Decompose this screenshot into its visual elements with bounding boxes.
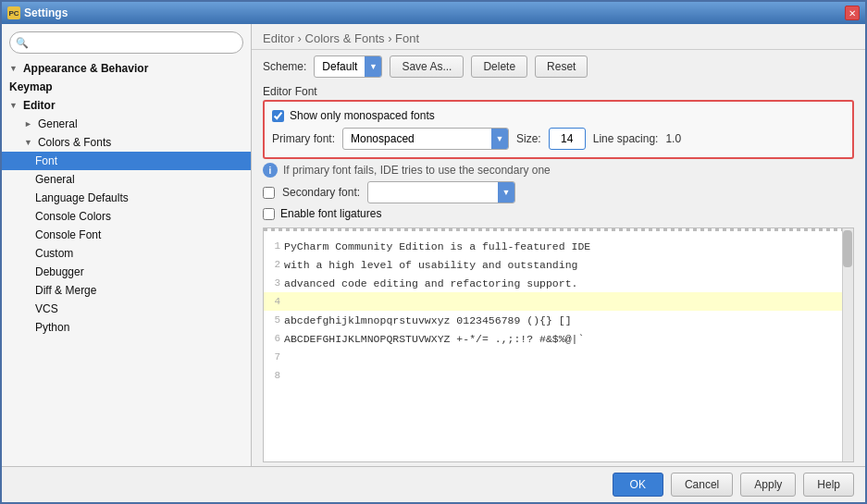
preview-line-4: 4 [264,292,853,311]
sidebar-item-label: Font [35,154,57,167]
preview-line-7: 7 [264,348,853,366]
info-text: If primary font fails, IDE tries to use … [283,164,551,177]
secondary-font-label: Secondary font: [282,186,360,199]
preview-line-8: 8 [264,366,853,385]
arrow-icon: ▼ [9,64,18,73]
ok-button[interactable]: OK [613,473,663,497]
line-num-2: 2 [264,259,284,270]
sidebar: 🔍 ▼ Appearance & Behavior Keymap ▼ Edito… [2,24,252,466]
info-icon: i [263,163,278,178]
scheme-row: Scheme: Default ▼ Save As... Delete Rese… [252,52,865,81]
search-box: 🔍 [9,31,243,54]
preview-scrollbar[interactable] [842,228,853,461]
reset-button[interactable]: Reset [535,55,588,78]
bottom-bar: OK Cancel Apply Help [2,466,865,502]
scheme-value: Default [315,60,365,73]
sidebar-item-custom[interactable]: Custom [2,244,251,263]
breadcrumb-part2: Colors & Fonts [305,31,385,45]
sidebar-item-debugger[interactable]: Debugger [2,263,251,281]
title-bar-left: PC Settings [7,6,68,19]
preview-line-2: 2 with a high level of usability and out… [264,255,853,274]
line-spacing-value: 1.0 [665,132,681,145]
sidebar-item-console-colors[interactable]: Console Colors [2,207,251,226]
preview-line-1: 1 PyCharm Community Edition is a full-fe… [264,237,853,255]
ligatures-checkbox[interactable] [263,208,275,220]
close-button[interactable]: ✕ [845,6,860,20]
sidebar-item-label: Diff & Merge [35,284,96,297]
sidebar-item-colors-fonts[interactable]: ▼ Colors & Fonts [2,133,251,152]
monospaced-row: Show only monospaced fonts [272,109,845,122]
editor-font-label: Editor Font [252,81,865,100]
primary-font-arrow[interactable]: ▼ [491,129,508,149]
sidebar-item-language-defaults[interactable]: Language Defaults [2,189,251,207]
secondary-font-arrow[interactable]: ▼ [498,182,514,203]
primary-font-row: Primary font: Monospaced ▼ Size: 14 Line… [272,128,845,150]
sidebar-item-general2[interactable]: General [2,170,251,189]
cancel-button[interactable]: Cancel [671,473,733,497]
sidebar-item-python[interactable]: Python [2,318,251,337]
sidebar-item-label: Custom [35,247,73,260]
sidebar-item-label: Colors & Fonts [38,136,111,149]
sidebar-item-label: Language Defaults [35,191,129,204]
line-num-8: 8 [264,370,284,381]
sidebar-item-appearance[interactable]: ▼ Appearance & Behavior [2,59,251,78]
window-body: 🔍 ▼ Appearance & Behavior Keymap ▼ Edito… [2,24,865,466]
primary-font-dropdown[interactable]: Monospaced ▼ [342,128,509,150]
line-num-7: 7 [264,351,284,363]
sidebar-item-label: Debugger [35,265,84,278]
sidebar-item-label: VCS [35,302,58,315]
breadcrumb-sep1: › [298,31,305,45]
sidebar-item-label: General [38,117,78,130]
preview-line-5: 5 abcdefghijklmnopqrstuvwxyz 0123456789 … [264,311,853,329]
size-input[interactable]: 14 [549,128,586,150]
save-as-button[interactable]: Save As... [390,55,464,78]
line-num-3: 3 [264,277,284,289]
help-button[interactable]: Help [803,473,854,497]
sidebar-item-console-font[interactable]: Console Font [2,226,251,244]
arrow-icon: ► [24,119,32,129]
breadcrumb: Editor › Colors & Fonts › Font [252,24,865,49]
ligatures-row: Enable font ligatures [252,205,865,224]
window-title: Settings [24,6,68,19]
primary-font-label: Primary font: [272,132,335,145]
sidebar-item-general[interactable]: ► General [2,115,251,133]
ligatures-label: Enable font ligatures [280,207,381,220]
size-label: Size: [516,132,541,145]
title-bar: PC Settings ✕ [2,2,865,24]
scheme-dropdown[interactable]: Default ▼ [314,55,382,78]
line-content-1: PyCharm Community Edition is a full-feat… [284,240,590,252]
show-monospaced-checkbox[interactable] [272,110,284,122]
line-content-5: abcdefghijklmnopqrstuvwxyz 0123456789 ()… [284,314,572,326]
sidebar-item-label: Editor [23,99,56,112]
breadcrumb-part1: Editor [263,31,294,45]
arrow-icon: ▼ [9,101,18,110]
secondary-font-checkbox[interactable] [263,187,275,199]
sidebar-item-label: Appearance & Behavior [23,62,148,75]
line-num-5: 5 [264,314,284,326]
sidebar-item-label: Console Font [35,228,101,241]
secondary-font-row: Secondary font: ▼ [252,179,865,205]
app-icon: PC [7,6,20,19]
line-content-2: with a high level of usability and outst… [284,259,577,271]
sidebar-item-label: General [35,173,75,186]
delete-button[interactable]: Delete [471,55,527,78]
sidebar-item-label: Keymap [9,80,53,93]
line-content-3: advanced code editing and refactoring su… [284,277,577,289]
sidebar-item-editor[interactable]: ▼ Editor [2,96,251,115]
sidebar-item-keymap[interactable]: Keymap [2,78,251,96]
sidebar-item-diff-merge[interactable]: Diff & Merge [2,281,251,300]
apply-button[interactable]: Apply [740,473,796,497]
breadcrumb-part3: Font [395,31,419,45]
search-input[interactable] [9,31,243,54]
breadcrumb-sep2: › [388,31,395,45]
settings-window: PC Settings ✕ 🔍 ▼ Appearance & Behavior … [0,0,867,504]
line-spacing-label: Line spacing: [593,132,659,145]
scheme-dropdown-arrow[interactable]: ▼ [365,56,381,77]
sidebar-item-font[interactable]: Font [2,152,251,170]
secondary-font-dropdown[interactable]: ▼ [367,181,515,203]
line-content-6: ABCDEFGHIJKLMNOPQRSTUVWXYZ +-*/= .,;:!? … [284,333,584,345]
preview-area: 1 PyCharm Community Edition is a full-fe… [263,227,854,462]
sidebar-item-vcs[interactable]: VCS [2,300,251,318]
show-monospaced-label: Show only monospaced fonts [290,109,435,122]
line-num-4: 4 [264,296,284,307]
